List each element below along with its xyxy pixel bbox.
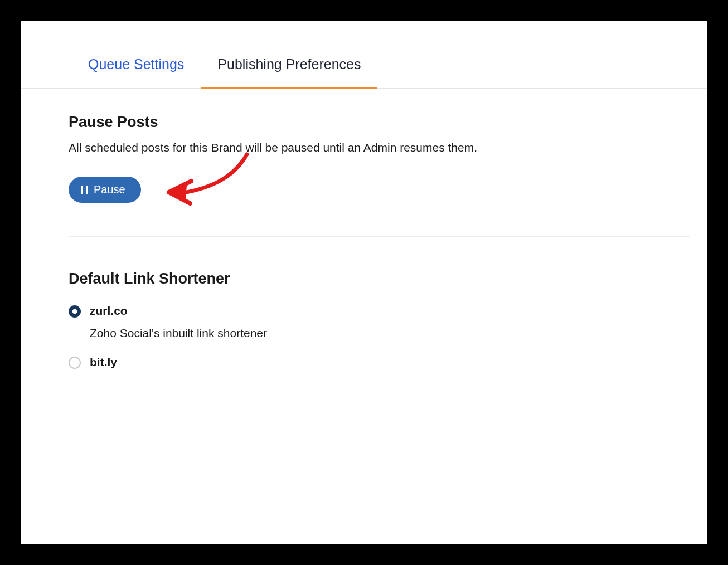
settings-panel: Queue Settings Publishing Preferences Pa… <box>21 21 707 544</box>
radio-selected-icon <box>69 305 81 318</box>
arrow-annotation-icon <box>163 149 275 210</box>
link-shortener-options: zurl.co Zoho Social's inbuilt link short… <box>69 304 690 369</box>
tabs: Queue Settings Publishing Preferences <box>21 46 707 89</box>
link-shortener-title: Default Link Shortener <box>69 270 690 288</box>
tab-queue-settings[interactable]: Queue Settings <box>49 46 201 88</box>
content-area: Pause Posts All scheduled posts for this… <box>21 89 707 401</box>
svg-rect-0 <box>81 186 83 194</box>
pause-row: Pause <box>69 177 690 203</box>
radio-sublabel: Zoho Social's inbuilt link shortener <box>90 327 267 340</box>
pause-icon <box>81 186 88 194</box>
radio-unselected-icon <box>69 357 81 369</box>
radio-label: bit.ly <box>90 355 117 369</box>
pause-posts-description: All scheduled posts for this Brand will … <box>69 141 690 154</box>
svg-rect-1 <box>86 186 88 194</box>
section-divider <box>69 236 690 237</box>
pause-posts-title: Pause Posts <box>69 114 690 131</box>
radio-option-zurl[interactable]: zurl.co Zoho Social's inbuilt link short… <box>69 304 690 340</box>
radio-option-bitly[interactable]: bit.ly <box>69 355 690 369</box>
radio-body: zurl.co Zoho Social's inbuilt link short… <box>90 304 267 340</box>
tab-publishing-preferences[interactable]: Publishing Preferences <box>201 46 377 88</box>
pause-button[interactable]: Pause <box>69 177 141 203</box>
radio-label: zurl.co <box>90 304 267 318</box>
pause-button-label: Pause <box>94 183 125 196</box>
radio-body: bit.ly <box>90 355 117 369</box>
